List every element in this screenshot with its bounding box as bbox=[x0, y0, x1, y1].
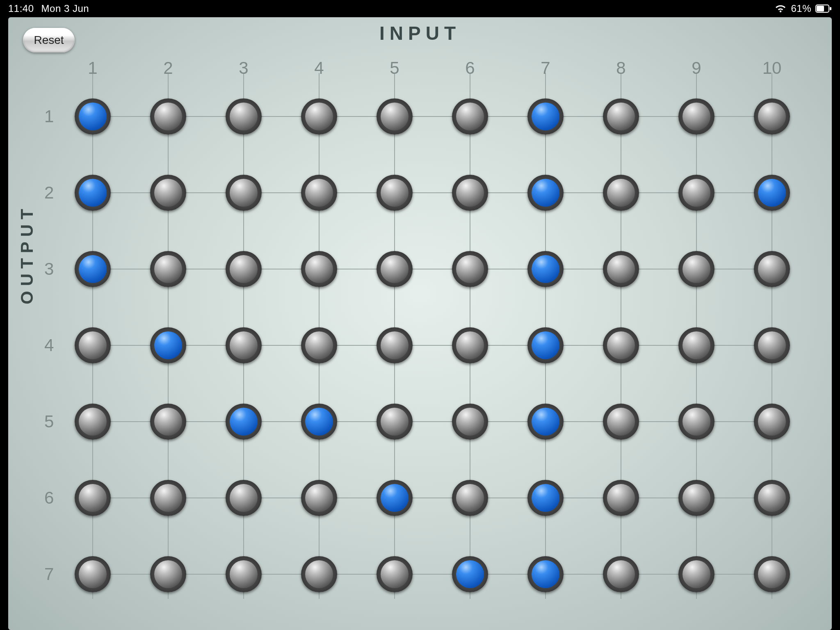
wifi-icon bbox=[774, 4, 787, 13]
column-label: 8 bbox=[616, 58, 625, 78]
patch-node[interactable] bbox=[603, 251, 639, 287]
patch-node[interactable] bbox=[527, 556, 564, 592]
patch-node[interactable] bbox=[678, 251, 714, 287]
patch-node[interactable] bbox=[377, 480, 413, 516]
patch-node[interactable] bbox=[301, 480, 337, 516]
patch-node[interactable] bbox=[301, 556, 337, 592]
patch-node[interactable] bbox=[226, 175, 262, 211]
patch-node[interactable] bbox=[226, 251, 262, 287]
battery-icon bbox=[815, 5, 832, 13]
column-label: 6 bbox=[465, 58, 475, 78]
patch-node[interactable] bbox=[603, 327, 639, 363]
patch-node[interactable] bbox=[603, 556, 639, 592]
patch-node[interactable] bbox=[75, 404, 111, 440]
patch-node[interactable] bbox=[150, 404, 186, 440]
patch-node[interactable] bbox=[226, 404, 262, 440]
patch-node[interactable] bbox=[377, 404, 413, 440]
patch-node[interactable] bbox=[754, 98, 790, 135]
patch-node[interactable] bbox=[301, 98, 337, 135]
patch-node[interactable] bbox=[301, 251, 337, 287]
row-label: 4 bbox=[44, 336, 54, 355]
column-label: 1 bbox=[88, 58, 97, 78]
column-label: 2 bbox=[163, 58, 173, 78]
row-label: 3 bbox=[44, 259, 54, 279]
svg-rect-1 bbox=[817, 6, 824, 11]
patch-node[interactable] bbox=[377, 98, 413, 135]
patch-node[interactable] bbox=[226, 327, 262, 363]
column-label: 5 bbox=[390, 58, 399, 78]
grid-hline bbox=[93, 192, 772, 193]
patch-node[interactable] bbox=[150, 327, 186, 363]
patch-node[interactable] bbox=[75, 327, 111, 363]
patch-node[interactable] bbox=[75, 98, 111, 135]
device-status-bar: 11:40 Mon 3 Jun 61% bbox=[0, 0, 840, 17]
patch-node[interactable] bbox=[527, 327, 564, 363]
patch-node[interactable] bbox=[301, 175, 337, 211]
patch-node[interactable] bbox=[603, 404, 639, 440]
patch-node[interactable] bbox=[754, 404, 790, 440]
grid-hline bbox=[93, 421, 772, 422]
patch-node[interactable] bbox=[754, 327, 790, 363]
patch-node[interactable] bbox=[754, 480, 790, 516]
patch-node[interactable] bbox=[226, 98, 262, 135]
patch-node[interactable] bbox=[452, 98, 488, 135]
row-label: 2 bbox=[44, 183, 54, 203]
grid-hline bbox=[93, 345, 772, 346]
output-heading: OUTPUT bbox=[17, 204, 37, 304]
patch-node[interactable] bbox=[527, 480, 564, 516]
patch-node[interactable] bbox=[150, 98, 186, 135]
patch-node[interactable] bbox=[678, 556, 714, 592]
column-label: 9 bbox=[692, 58, 701, 78]
grid-hline bbox=[93, 498, 772, 498]
patch-node[interactable] bbox=[75, 251, 111, 287]
patch-node[interactable] bbox=[377, 556, 413, 592]
svg-rect-2 bbox=[830, 7, 831, 10]
patch-node[interactable] bbox=[678, 175, 714, 211]
patch-node[interactable] bbox=[678, 404, 714, 440]
patch-node[interactable] bbox=[603, 98, 639, 135]
column-label: 10 bbox=[762, 58, 782, 78]
status-date: Mon 3 Jun bbox=[41, 3, 89, 14]
patch-node[interactable] bbox=[603, 175, 639, 211]
grid-hline bbox=[93, 574, 772, 575]
grid-hline bbox=[93, 116, 772, 117]
patch-node[interactable] bbox=[452, 480, 488, 516]
patch-node[interactable] bbox=[75, 556, 111, 592]
patch-node[interactable] bbox=[452, 404, 488, 440]
grid-hline bbox=[93, 269, 772, 269]
column-label: 7 bbox=[541, 58, 550, 78]
patch-node[interactable] bbox=[527, 98, 564, 135]
row-label: 7 bbox=[44, 564, 54, 584]
patch-node[interactable] bbox=[527, 404, 564, 440]
patch-node[interactable] bbox=[452, 556, 488, 592]
patch-node[interactable] bbox=[150, 556, 186, 592]
patch-node[interactable] bbox=[377, 327, 413, 363]
patch-node[interactable] bbox=[452, 251, 488, 287]
patch-node[interactable] bbox=[301, 404, 337, 440]
patch-node[interactable] bbox=[678, 480, 714, 516]
patch-node[interactable] bbox=[452, 175, 488, 211]
patch-node[interactable] bbox=[603, 480, 639, 516]
patch-node[interactable] bbox=[377, 251, 413, 287]
patch-node[interactable] bbox=[754, 556, 790, 592]
patch-node[interactable] bbox=[527, 175, 564, 211]
patch-node[interactable] bbox=[678, 98, 714, 135]
patch-node[interactable] bbox=[226, 556, 262, 592]
input-heading: INPUT bbox=[8, 22, 832, 44]
patch-node[interactable] bbox=[377, 175, 413, 211]
patch-node[interactable] bbox=[527, 251, 564, 287]
patch-node[interactable] bbox=[75, 480, 111, 516]
patch-node[interactable] bbox=[754, 175, 790, 211]
patch-node[interactable] bbox=[678, 327, 714, 363]
row-label: 1 bbox=[44, 107, 54, 126]
patch-node[interactable] bbox=[150, 480, 186, 516]
patch-node[interactable] bbox=[75, 175, 111, 211]
patch-node[interactable] bbox=[150, 251, 186, 287]
patch-node[interactable] bbox=[754, 251, 790, 287]
patch-node[interactable] bbox=[301, 327, 337, 363]
patch-node[interactable] bbox=[452, 327, 488, 363]
patch-node[interactable] bbox=[150, 175, 186, 211]
matrix-panel: Reset INPUT OUTPUT 123456789101234567 bbox=[8, 17, 832, 630]
patch-node[interactable] bbox=[226, 480, 262, 516]
row-label: 5 bbox=[44, 412, 54, 431]
